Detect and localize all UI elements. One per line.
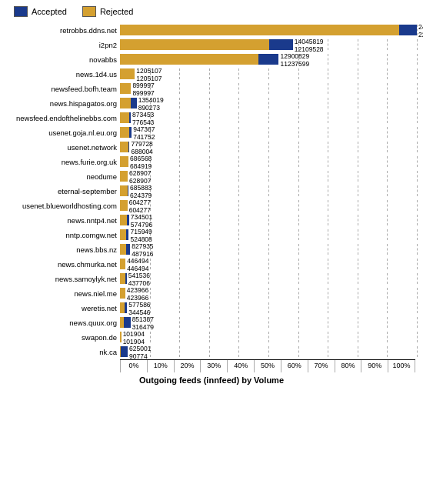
bar-label: newsfeed.endofthelinebbs.com xyxy=(6,114,120,122)
bar-area: 873453776543 xyxy=(120,112,417,123)
accepted-bar xyxy=(120,346,128,357)
bar-row: i2pn21404581912109528 xyxy=(6,38,417,52)
bar-label: news.hispagatos.org xyxy=(6,99,120,108)
bar-label: news.chmurka.net xyxy=(6,260,120,269)
x-tick: 0% xyxy=(120,360,147,372)
bar-values: 577586344546 xyxy=(127,302,150,317)
bar-row: nk.ca62500190774 xyxy=(6,345,417,359)
rejected-bar xyxy=(120,98,131,108)
bar-values: 899997899997 xyxy=(131,82,154,98)
chart-container: Accepted Rejected retrobbs.ddns.net24119… xyxy=(0,0,423,504)
bar-row: news.samoylyk.net541536437706 xyxy=(6,272,417,285)
bar-area: 541536437706 xyxy=(120,273,417,284)
rejected-bar xyxy=(120,273,125,284)
bar-label: news.furie.org.uk xyxy=(6,158,120,166)
bar-values: 101904101904 xyxy=(122,331,145,346)
rejected-bar xyxy=(120,112,129,123)
rejected-icon xyxy=(82,6,96,17)
rejected-bar xyxy=(120,259,125,269)
bar-area: 851387316479 xyxy=(120,317,417,328)
rejected-label: Rejected xyxy=(100,7,133,16)
bar-row: news.chmurka.net446494446494 xyxy=(6,257,417,271)
bar-area: 577586344546 xyxy=(120,302,417,313)
x-tick: 80% xyxy=(335,360,361,372)
bar-values: 2411970122684679 xyxy=(417,24,423,39)
bar-values: 604277604277 xyxy=(128,199,151,215)
bar-row: news.quux.org851387316479 xyxy=(6,315,417,329)
rejected-bar xyxy=(120,244,126,255)
bar-area: 827935487916 xyxy=(120,244,417,255)
x-tick: 50% xyxy=(254,360,281,372)
bar-area: 423966423966 xyxy=(120,288,417,299)
bar-area: 685883624379 xyxy=(120,185,417,196)
bar-row: neodume628907628907 xyxy=(6,169,417,183)
rejected-bar xyxy=(120,185,128,196)
bar-label: usenet.network xyxy=(6,143,120,152)
bar-area: 2411970122684679 xyxy=(120,25,417,35)
bar-label: news.bbs.nz xyxy=(6,245,120,254)
bar-row: news.nntp4.net734501574796 xyxy=(6,213,417,227)
bar-row: retrobbs.ddns.net2411970122684679 xyxy=(6,23,417,37)
bar-row: usenet.network779728688004 xyxy=(6,140,417,154)
bar-area: 1290082911237599 xyxy=(120,54,417,65)
bar-values: 423966423966 xyxy=(125,287,148,302)
rejected-bar xyxy=(120,288,125,299)
x-tick: 100% xyxy=(388,360,415,372)
bar-values: 827935487916 xyxy=(130,243,153,259)
legend: Accepted Rejected xyxy=(14,6,417,17)
bar-label: novabbs xyxy=(6,55,120,64)
accepted-icon xyxy=(14,6,28,17)
bar-area: 947367741752 xyxy=(120,127,417,138)
bar-label: usenet.goja.nl.eu.org xyxy=(6,129,120,137)
rejected-bar xyxy=(120,142,128,152)
x-axis: 0%10%20%30%40%50%60%70%80%90%100% xyxy=(120,359,415,372)
bar-row: weretis.net577586344546 xyxy=(6,301,417,315)
bar-row: newsfeed.endofthelinebbs.com873453776543 xyxy=(6,111,417,125)
rejected-value: 90774 xyxy=(129,353,151,361)
rejected-bar xyxy=(120,127,129,138)
rejected-value: 11237599 xyxy=(280,61,309,68)
bar-area: 734501574796 xyxy=(120,215,417,225)
bar-values: 628907628907 xyxy=(128,170,151,185)
bars-section: retrobbs.ddns.net2411970122684679i2pn214… xyxy=(6,23,417,359)
bar-values: 686568684919 xyxy=(128,155,152,171)
bar-area: 1404581912109528 xyxy=(120,39,417,50)
x-tick: 40% xyxy=(227,360,254,372)
bar-row: news.1d4.us12051071205107 xyxy=(6,67,417,81)
bar-row: eternal-september685883624379 xyxy=(6,184,417,198)
bar-area: 1354019890273 xyxy=(120,98,417,108)
bar-area: 62500190774 xyxy=(120,346,417,357)
bar-row: news.bbs.nz827935487916 xyxy=(6,242,417,256)
bar-label: nntp.comgw.net xyxy=(6,231,120,239)
bar-label: newsfeed.bofh.team xyxy=(6,85,120,93)
x-tick: 90% xyxy=(361,360,388,372)
bar-values: 1404581912109528 xyxy=(293,38,324,54)
bar-area: 899997899997 xyxy=(120,83,417,94)
bar-label: news.niel.me xyxy=(6,289,120,298)
bar-values: 1354019890273 xyxy=(137,97,164,112)
bar-values: 715949524808 xyxy=(128,229,152,244)
x-tick: 60% xyxy=(281,360,308,372)
rejected-bar xyxy=(120,215,127,225)
legend-accepted: Accepted xyxy=(14,6,67,17)
bar-area: 604277604277 xyxy=(120,200,417,211)
bar-values: 947367741752 xyxy=(132,126,155,142)
rejected-bar xyxy=(120,39,269,50)
bar-area: 101904101904 xyxy=(120,332,417,342)
bar-values: 541536437706 xyxy=(127,272,150,288)
bar-values: 62500190774 xyxy=(128,345,151,361)
bar-area: 686568684919 xyxy=(120,156,417,167)
bar-row: novabbs1290082911237599 xyxy=(6,52,417,66)
bar-row: news.furie.org.uk686568684919 xyxy=(6,155,417,169)
rejected-bar xyxy=(120,25,399,35)
bar-area: 628907628907 xyxy=(120,171,417,182)
rejected-bar xyxy=(120,229,126,240)
x-tick: 70% xyxy=(308,360,335,372)
bar-label: neodume xyxy=(6,172,120,181)
bar-row: news.niel.me423966423966 xyxy=(6,286,417,300)
bar-area: 12051071205107 xyxy=(120,68,417,79)
rejected-bar xyxy=(120,171,128,182)
rejected-bar xyxy=(120,156,128,167)
bar-label: swapon.de xyxy=(6,333,120,342)
accepted-label: Accepted xyxy=(32,7,67,16)
